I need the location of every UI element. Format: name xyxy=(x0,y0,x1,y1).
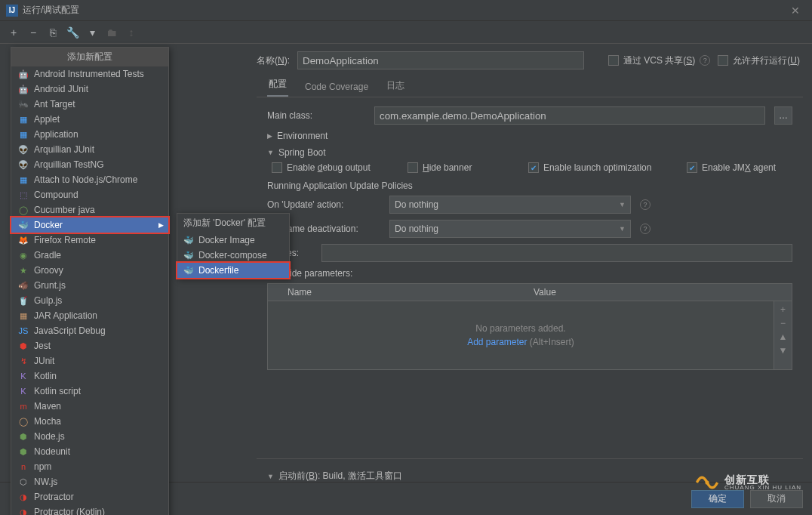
config-type-label: Node.js xyxy=(34,431,65,442)
move-down-button[interactable]: ▼ xyxy=(779,345,788,356)
config-type-icon: K xyxy=(17,370,29,382)
close-icon[interactable]: ✕ xyxy=(785,0,806,21)
config-type-icon: ◯ xyxy=(17,204,29,216)
on-update-dropdown[interactable]: Do nothing▼ xyxy=(389,196,631,214)
config-type-label: Nodeunit xyxy=(34,446,70,457)
config-type-item[interactable]: JSJavaScript Debug xyxy=(11,323,168,338)
add-param-button[interactable]: + xyxy=(780,304,786,315)
hide-banner-checkbox[interactable]: Hide banner xyxy=(408,162,528,173)
docker-subtype-item[interactable]: 🐳Docker-compose xyxy=(177,248,289,263)
share-via-vcs-checkbox[interactable]: 通过 VCS 共享(S) ? xyxy=(608,54,710,67)
chevron-down-icon: ▼ xyxy=(267,149,274,156)
config-type-item[interactable]: 🐳Docker▶ xyxy=(11,217,168,233)
config-type-item[interactable]: ▦JAR Application xyxy=(11,308,168,323)
main-class-input[interactable] xyxy=(374,106,765,125)
config-type-label: Ant Target xyxy=(34,99,75,109)
config-type-label: Attach to Node.js/Chrome xyxy=(34,174,137,185)
chevron-down-icon: ▼ xyxy=(619,201,626,208)
on-update-label: On 'Update' action: xyxy=(267,199,380,210)
config-type-item[interactable]: 🦊Firefox Remote xyxy=(11,233,168,248)
enable-launch-opt-checkbox[interactable]: Enable launch optimization xyxy=(528,162,687,173)
config-type-label: Compound xyxy=(34,190,78,200)
add-parameter-link[interactable]: Add parameter xyxy=(467,337,527,347)
config-type-item[interactable]: ◑Protractor xyxy=(11,489,168,504)
main-class-label: Main class: xyxy=(267,110,365,121)
settings-dropdown-icon[interactable]: ▾ xyxy=(85,25,100,40)
chevron-down-icon: ▼ xyxy=(619,225,626,233)
enable-jmx-checkbox[interactable]: Enable JMX agent xyxy=(687,162,803,173)
docker-icon: 🐳 xyxy=(183,265,194,276)
help-icon[interactable]: ? xyxy=(640,199,651,210)
config-type-item[interactable]: ◑Protractor (Kotlin) xyxy=(11,504,168,515)
config-type-item[interactable]: ⬡NW.js xyxy=(11,474,168,489)
name-input[interactable] xyxy=(297,51,584,69)
config-type-item[interactable]: nnpm xyxy=(11,459,168,474)
config-type-item[interactable]: 🤖Android Instrumented Tests xyxy=(11,66,168,82)
copy-config-button[interactable]: ⎘ xyxy=(45,25,60,40)
config-type-item[interactable]: 🥤Gulp.js xyxy=(11,293,168,308)
config-type-label: Arquillian TestNG xyxy=(34,159,103,170)
config-type-label: Android Instrumented Tests xyxy=(34,69,144,79)
config-type-icon: K xyxy=(17,385,29,397)
help-icon[interactable]: ? xyxy=(700,55,710,66)
config-type-item[interactable]: KKotlin script xyxy=(11,384,168,399)
config-type-item[interactable]: ⬢Node.js xyxy=(11,429,168,444)
profiles-input[interactable] xyxy=(321,244,792,262)
svg-point-0 xyxy=(705,480,709,484)
remove-config-button[interactable]: − xyxy=(26,25,41,40)
config-type-item[interactable]: 👽Arquillian TestNG xyxy=(11,157,168,172)
config-type-item[interactable]: ⬚Compound xyxy=(11,187,168,202)
config-type-item[interactable]: 🐜Ant Target xyxy=(11,97,168,112)
config-type-item[interactable]: ◯Cucumber java xyxy=(11,202,168,217)
config-type-item[interactable]: ◉Gradle xyxy=(11,248,168,263)
config-type-icon: 🤖 xyxy=(17,83,29,95)
config-type-label: JAR Application xyxy=(34,310,97,321)
on-frame-dropdown[interactable]: Do nothing▼ xyxy=(389,220,631,238)
spring-boot-expander[interactable]: ▼ Spring Boot xyxy=(267,147,792,158)
config-type-item[interactable]: ↯JUnit xyxy=(11,353,168,369)
config-type-icon: 🐳 xyxy=(17,219,29,231)
config-type-label: npm xyxy=(34,461,51,472)
config-type-label: Docker xyxy=(34,220,63,230)
add-config-button[interactable]: + xyxy=(6,25,21,40)
config-type-label: Mocha xyxy=(34,416,61,427)
config-type-label: Groovy xyxy=(34,265,63,276)
watermark: 创新互联 CHUANG XIN HU LIAN xyxy=(694,470,801,495)
app-icon: IJ xyxy=(6,5,18,17)
config-type-item[interactable]: 🤖Android JUnit xyxy=(11,82,168,97)
config-type-item[interactable]: ⬢Nodeunit xyxy=(11,444,168,459)
config-type-icon: ⬡ xyxy=(17,476,29,488)
settings-button[interactable]: 🔧 xyxy=(65,25,80,40)
config-type-item[interactable]: ★Groovy xyxy=(11,263,168,278)
sort-button[interactable]: ↕ xyxy=(124,25,139,40)
chevron-right-icon: ▶ xyxy=(267,132,272,140)
config-type-icon: 🤖 xyxy=(17,68,29,80)
config-type-label: JavaScript Debug xyxy=(34,325,106,336)
config-type-icon: 👽 xyxy=(17,143,29,156)
environment-expander[interactable]: ▶ Environment xyxy=(267,131,792,141)
config-type-icon: 🐜 xyxy=(17,98,29,110)
remove-param-button[interactable]: − xyxy=(780,318,786,328)
config-type-item[interactable]: ▦Application xyxy=(11,127,168,142)
config-type-item[interactable]: ◯Mocha xyxy=(11,414,168,429)
browse-main-class-button[interactable]: … xyxy=(774,106,792,125)
move-up-button[interactable]: ▲ xyxy=(779,332,788,342)
tab-code-coverage[interactable]: Code Coverage xyxy=(303,77,370,97)
config-type-icon: ▦ xyxy=(17,128,29,140)
param-col-value: Value xyxy=(527,284,774,301)
tab-logs[interactable]: 日志 xyxy=(385,76,406,97)
docker-subtype-item[interactable]: 🐳Docker Image xyxy=(177,233,289,248)
tab-config[interactable]: 配置 xyxy=(267,76,288,97)
config-type-item[interactable]: ⬢Jest xyxy=(11,338,168,353)
config-type-item[interactable]: 👽Arquillian JUnit xyxy=(11,142,168,157)
allow-parallel-checkbox[interactable]: 允许并行运行(U) xyxy=(718,54,800,67)
config-type-item[interactable]: 🐗Grunt.js xyxy=(11,278,168,293)
config-type-item[interactable]: ▦Attach to Node.js/Chrome xyxy=(11,172,168,187)
help-icon[interactable]: ? xyxy=(640,224,651,234)
folder-button[interactable]: 🖿 xyxy=(104,25,119,40)
enable-debug-checkbox[interactable]: Enable debug output xyxy=(272,162,408,173)
config-type-item[interactable]: mMaven xyxy=(11,399,168,414)
docker-subtype-item[interactable]: 🐳Dockerfile xyxy=(177,263,289,278)
config-type-item[interactable]: KKotlin xyxy=(11,369,168,384)
config-type-item[interactable]: ▦Applet xyxy=(11,112,168,127)
